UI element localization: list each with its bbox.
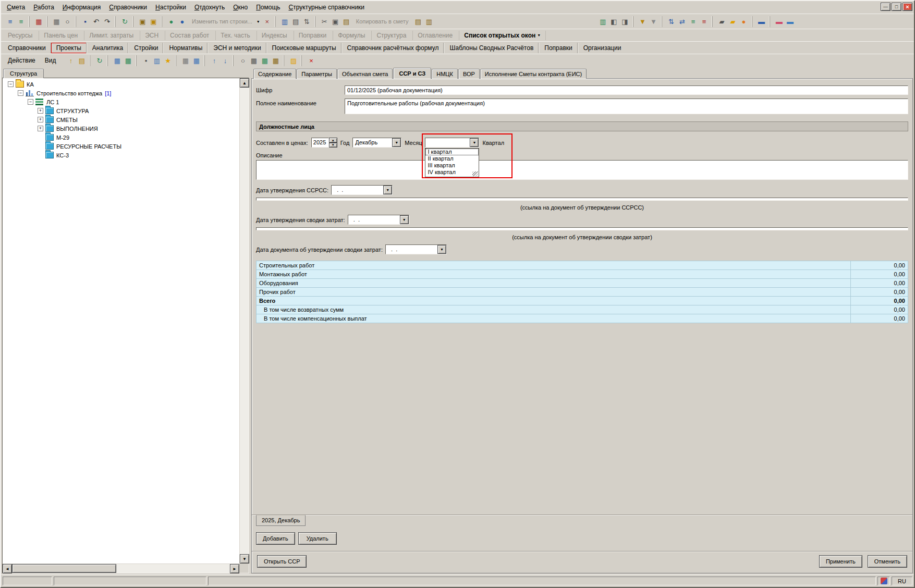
filter-clear-icon[interactable]: ▼ [648, 16, 659, 27]
language-indicator[interactable]: RU [892, 577, 912, 585]
sort-icon[interactable]: ⇅ [301, 16, 312, 27]
level-up-icon[interactable]: ⇅ [666, 16, 677, 27]
scroll-thumb[interactable] [12, 564, 116, 573]
spinner-up-icon[interactable]: ▲ [329, 138, 337, 143]
refresh-document-icon[interactable]: ↻ [119, 16, 130, 27]
calculator-icon[interactable]: ▤ [290, 16, 301, 27]
cloud-icon[interactable]: ● [738, 16, 749, 27]
spinner-down-icon[interactable]: ▼ [329, 143, 337, 148]
tree-expander[interactable] [28, 99, 33, 105]
panel-toggle-button[interactable]: Ресурсы [3, 31, 39, 40]
chevron-down-icon[interactable]: ▼ [383, 186, 392, 194]
tree-vertical-scrollbar[interactable]: ▲ ▼ [239, 78, 249, 564]
section-tab[interactable]: Организации [578, 43, 627, 53]
pencil-icon[interactable]: ▰ [716, 16, 727, 27]
tree-horizontal-scrollbar[interactable]: ◄ ► [3, 564, 239, 573]
section-tab[interactable]: Поисковые маршруты [266, 43, 341, 53]
scroll-track[interactable] [116, 564, 230, 573]
new-folder-icon[interactable]: ▨ [288, 55, 299, 66]
layers-estimate-icon[interactable]: ▬ [785, 16, 796, 27]
chevron-down-icon[interactable]: ▼ [470, 138, 479, 147]
object-icon[interactable]: ▦ [180, 55, 191, 66]
panel-toggle-button[interactable]: Тех. часть [216, 31, 257, 40]
tree-item[interactable]: М-29 [4, 133, 239, 142]
row-properties-icon[interactable]: ▦ [51, 16, 62, 27]
tree-expander[interactable] [38, 117, 43, 123]
panel-toggle-button[interactable]: Состав работ [165, 31, 216, 40]
open-ssr-button[interactable]: Открыть ССР [257, 555, 307, 568]
close-button[interactable]: × [902, 3, 912, 11]
tree-expander[interactable] [38, 126, 43, 131]
grid-link-icon[interactable]: ▦ [270, 55, 281, 66]
delete-button[interactable]: Удалить [298, 532, 337, 545]
description-input[interactable] [256, 160, 908, 180]
date-doc-combobox[interactable]: . . ▼ [385, 244, 447, 254]
redo-icon[interactable]: ↷ [102, 16, 113, 27]
tree-item[interactable]: Строительство коттеджа [1] [4, 89, 239, 97]
menu-item[interactable]: Работа [29, 2, 58, 13]
insert-child-row-icon[interactable]: ≡ [16, 16, 27, 27]
scroll-up-icon[interactable]: ▲ [240, 78, 249, 88]
tab-period[interactable]: 2025, Декабрь [256, 515, 306, 526]
copy-icon[interactable]: ▣ [330, 16, 341, 27]
tree-item[interactable]: РЕСУРСНЫЕ РАСЧЕТЫ [4, 142, 239, 151]
transport-icon[interactable]: ▬ [756, 16, 767, 27]
books-icon[interactable]: ▥ [597, 16, 608, 27]
section-tab[interactable]: Шаблоны Сводных Расчётов [444, 43, 539, 53]
quarter-combobox[interactable]: ▼ [425, 138, 479, 148]
tree-expander[interactable] [38, 108, 43, 114]
cut-icon[interactable]: ✂ [319, 16, 330, 27]
tree-item[interactable]: СТРУКТУРА [4, 106, 239, 115]
toolbar-menu-button[interactable]: Действие [3, 55, 40, 66]
section-tab[interactable]: Проекты [51, 43, 87, 53]
sheet-export-icon[interactable]: ◧ [608, 16, 619, 27]
paste-into-estimate-icon[interactable]: ▤ [412, 16, 423, 27]
marker-icon[interactable]: ▰ [727, 16, 738, 27]
globe-icon[interactable]: ● [166, 16, 177, 27]
detail-tab[interactable]: Содержание [253, 69, 296, 79]
section-tab[interactable]: Справочники [3, 43, 51, 53]
clear-row-type-icon[interactable]: × [262, 16, 273, 27]
menu-item[interactable]: Окно [229, 2, 252, 13]
level-swap-icon[interactable]: ⇄ [677, 16, 688, 27]
section-tab[interactable]: Стройки [128, 43, 163, 53]
panel-toggle-button[interactable]: Панель цен [39, 31, 84, 40]
detail-tab[interactable]: Параметры [297, 69, 337, 79]
minimize-button[interactable]: — [881, 3, 890, 11]
clipboard-icon[interactable]: ▥ [423, 16, 434, 27]
menu-item[interactable]: Настройки [151, 2, 190, 13]
close-window-icon[interactable]: × [306, 55, 316, 66]
filter-icon[interactable]: ▼ [637, 16, 648, 27]
structure-icon[interactable]: ▦ [112, 55, 123, 66]
detail-tab[interactable]: Объектная смета [337, 69, 393, 79]
object-add-icon[interactable]: ▦ [191, 55, 202, 66]
menu-item[interactable]: Отдохнуть [190, 2, 229, 13]
pin-icon[interactable]: ▪ [140, 55, 151, 66]
tree-item[interactable]: КА [4, 80, 239, 89]
menu-item[interactable]: Помощь [252, 2, 284, 13]
chevron-down-icon[interactable]: ▼ [437, 245, 446, 254]
collapse-levels-icon[interactable]: ≡ [699, 16, 710, 27]
sheet-import-icon[interactable]: ◨ [619, 16, 630, 27]
menu-item[interactable]: Структурные справочники [285, 2, 369, 13]
tree-expander[interactable] [8, 81, 14, 87]
menu-item[interactable]: Информация [58, 2, 105, 13]
undo-icon[interactable]: ↶ [91, 16, 102, 27]
move-down-icon[interactable]: ↓ [219, 55, 230, 66]
cancel-button[interactable]: Отменить [868, 555, 907, 568]
panel-toggle-button[interactable]: Список открытых окон ▼ [459, 31, 546, 40]
tree-item[interactable]: ВЫПОЛНЕНИЯ [4, 124, 239, 133]
fullname-input[interactable]: Подготовительные работы (рабочая докумен… [345, 99, 908, 114]
quarter-option[interactable]: IV квартал [425, 169, 479, 176]
paste-icon[interactable]: ▤ [341, 16, 352, 27]
section-tab[interactable]: Нормативы [163, 43, 208, 53]
section-tab[interactable]: Справочник расчётных формул [341, 43, 444, 53]
detail-tab[interactable]: НМЦК [432, 69, 458, 79]
refresh-icon[interactable]: ↻ [94, 55, 105, 66]
scroll-right-icon[interactable]: ► [230, 564, 239, 573]
tree-item[interactable]: ЛС 1 [4, 97, 239, 106]
tree-item[interactable]: КС-3 [4, 151, 239, 160]
user-edit-icon[interactable]: ▣ [148, 16, 159, 27]
scroll-left-icon[interactable]: ◄ [3, 564, 12, 573]
folder-up-icon[interactable]: ↑ [65, 55, 76, 66]
